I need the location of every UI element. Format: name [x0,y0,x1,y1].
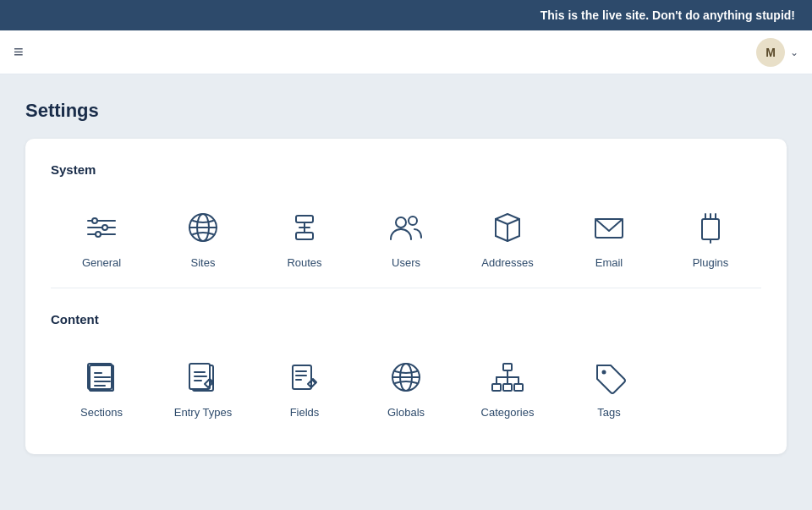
sections-label: Sections [80,406,123,419]
email-label: Email [595,256,623,269]
sidebar-item-entry-types[interactable]: Entry Types [152,347,254,429]
content-icons-grid: Sections Entry Types [51,347,761,429]
sidebar-item-tags[interactable]: Tags [558,347,660,429]
page-title: Settings [25,100,787,122]
settings-card: System General [25,139,787,454]
users-label: Users [392,256,420,269]
sidebar-item-email[interactable]: Email [558,197,660,279]
svg-rect-50 [492,384,501,391]
system-icons-grid: General Sites [51,197,761,279]
content-section-header: Content [51,312,761,326]
sidebar-item-sections[interactable]: Sections [51,347,152,429]
sidebar-item-addresses[interactable]: Addresses [457,197,558,279]
tags-label: Tags [597,406,620,419]
svg-point-3 [92,218,97,223]
navbar-right: M ⌄ [756,38,798,67]
svg-rect-10 [296,233,313,239]
sidebar-item-routes[interactable]: Routes [254,197,355,279]
svg-rect-22 [702,219,719,239]
sidebar-item-general[interactable]: General [51,197,152,279]
page-content: Settings System General [0,74,812,480]
svg-rect-52 [514,384,523,391]
svg-point-14 [409,217,417,225]
section-divider [51,288,761,288]
addresses-label: Addresses [481,256,533,269]
sidebar-item-sites[interactable]: Sites [152,197,254,279]
hamburger-icon[interactable]: ≡ [14,42,24,62]
sidebar-item-plugins[interactable]: Plugins [660,197,761,279]
svg-point-5 [96,232,101,237]
system-section-header: System [51,162,761,177]
sidebar-item-fields[interactable]: Fields [254,347,355,429]
svg-point-4 [102,225,107,230]
sites-label: Sites [191,256,216,269]
sidebar-item-users[interactable]: Users [355,197,457,279]
plugins-label: Plugins [693,256,729,269]
navbar-left: ≡ [14,42,24,62]
avatar[interactable]: M [756,38,785,67]
fields-label: Fields [290,406,320,419]
general-label: General [82,256,121,269]
navbar: ≡ M ⌄ [0,30,812,74]
svg-rect-49 [503,364,512,370]
entry-types-label: Entry Types [174,406,232,419]
svg-point-13 [396,217,406,228]
svg-rect-51 [503,384,512,391]
chevron-down-icon[interactable]: ⌄ [790,47,798,58]
live-site-banner: This is the live site. Don't do anything… [0,0,812,30]
sidebar-item-categories[interactable]: Categories [457,347,558,429]
globals-label: Globals [387,406,425,419]
categories-label: Categories [481,406,535,419]
routes-label: Routes [287,256,321,269]
svg-point-58 [602,370,606,375]
svg-rect-9 [296,216,313,222]
sidebar-item-globals[interactable]: Globals [355,347,457,429]
